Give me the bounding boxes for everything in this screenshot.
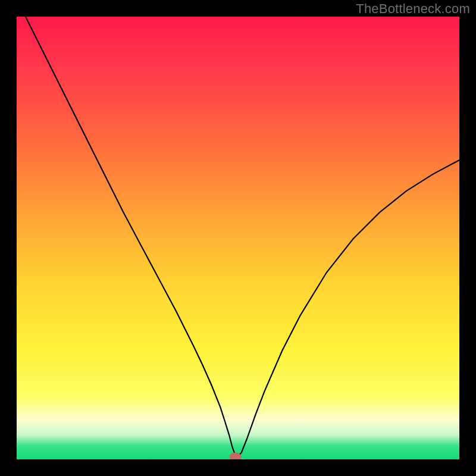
chart-container: TheBottleneck.com — [0, 0, 476, 476]
watermark-text: TheBottleneck.com — [356, 1, 470, 17]
plot-background — [17, 17, 459, 459]
frame — [0, 0, 17, 476]
bottleneck-chart — [0, 0, 476, 476]
frame — [459, 0, 476, 476]
frame — [0, 459, 476, 476]
